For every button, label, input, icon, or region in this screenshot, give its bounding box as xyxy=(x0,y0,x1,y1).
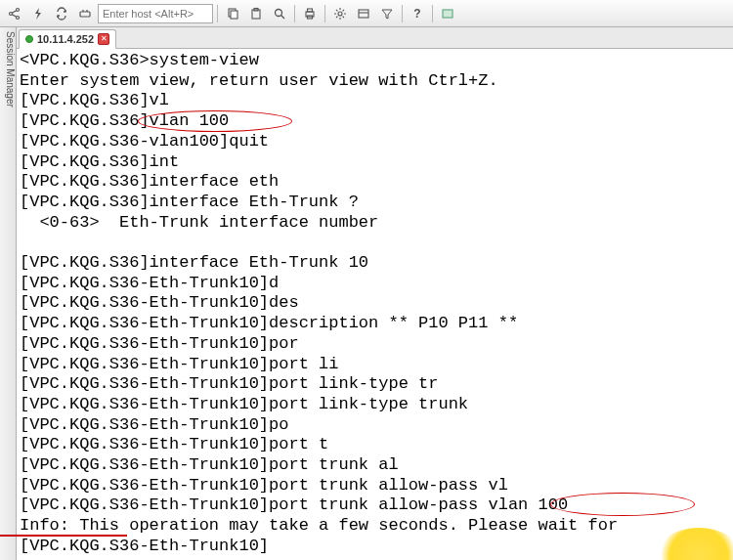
terminal-line: [VPC.KQG.S36-Eth-Trunk10]description ** … xyxy=(20,314,730,334)
toolbar-separator xyxy=(294,5,295,22)
svg-line-4 xyxy=(12,14,16,17)
tab-bar: 10.11.4.252 ✕ xyxy=(17,27,733,49)
terminal-line: [VPC.KQG.S36]interface eth xyxy=(20,172,730,193)
tab-label: 10.11.4.252 xyxy=(37,33,94,45)
terminal-line: [VPC.KQG.S36-Eth-Trunk10]port t xyxy=(20,435,730,455)
terminal-line: Enter system view, return user view with… xyxy=(20,71,730,92)
svg-point-17 xyxy=(338,12,342,16)
paste-icon[interactable] xyxy=(245,3,267,24)
print-icon[interactable] xyxy=(299,3,321,24)
toolbar-separator xyxy=(324,5,325,22)
toolbar: ? xyxy=(0,0,733,27)
tab-close-icon[interactable]: ✕ xyxy=(98,33,109,45)
svg-line-13 xyxy=(281,15,285,19)
find-icon[interactable] xyxy=(269,3,290,24)
terminal-line: [VPC.KQG.S36-vlan100]quit xyxy=(20,132,730,152)
terminal-line: [VPC.KQG.S36]vlan 100 xyxy=(20,111,730,132)
toolbar-separator xyxy=(217,5,218,22)
copy-icon[interactable] xyxy=(222,3,243,24)
disconnect-icon[interactable] xyxy=(74,3,96,24)
toolbar-separator xyxy=(402,5,403,22)
toolbar-separator xyxy=(432,5,433,22)
terminal-line: [VPC.KQG.S36-Eth-Trunk10]por xyxy=(20,334,730,355)
terminal-line: [VPC.KQG.S36]vl xyxy=(20,91,730,111)
terminal-line: <0-63> Eth-Trunk interface number xyxy=(20,213,730,234)
settings-icon[interactable] xyxy=(329,3,351,24)
host-input[interactable] xyxy=(98,4,213,23)
terminal-line: [VPC.KQG.S36]int xyxy=(20,152,730,173)
svg-point-2 xyxy=(17,16,20,19)
terminal-line: [VPC.KQG.S36]interface Eth-Trunk 10 xyxy=(20,253,730,274)
session-manager-sidebar[interactable]: Session Manager xyxy=(0,27,17,560)
reconnect-icon[interactable] xyxy=(51,3,72,24)
terminal-line: [VPC.KQG.S36-Eth-Trunk10]port trunk allo… xyxy=(20,476,730,496)
session-tab[interactable]: 10.11.4.252 ✕ xyxy=(19,29,116,49)
screenshot-icon[interactable] xyxy=(437,3,458,24)
svg-rect-15 xyxy=(308,9,313,12)
terminal-output[interactable]: <VPC.KQG.S36>system-viewEnter system vie… xyxy=(17,49,733,560)
svg-point-12 xyxy=(276,9,282,16)
terminal-line: [VPC.KQG.S36-Eth-Trunk10]d xyxy=(20,274,730,294)
terminal-line: [VPC.KQG.S36-Eth-Trunk10]port link-type … xyxy=(20,395,730,415)
help-icon[interactable]: ? xyxy=(407,3,428,24)
svg-rect-9 xyxy=(231,11,237,19)
svg-rect-5 xyxy=(80,12,90,17)
status-dot-icon xyxy=(25,35,33,43)
terminal-line: [VPC.KQG.S36-Eth-Trunk10]des xyxy=(20,293,730,314)
session-options-icon[interactable] xyxy=(353,3,374,24)
svg-point-0 xyxy=(10,12,13,15)
terminal-line: [VPC.KQG.S36-Eth-Trunk10]port li xyxy=(20,355,730,375)
svg-point-1 xyxy=(17,8,20,11)
terminal-line: [VPC.KQG.S36-Eth-Trunk10] xyxy=(20,537,730,557)
terminal-line: [VPC.KQG.S36-Eth-Trunk10]port trunk al xyxy=(20,455,730,476)
lightning-icon[interactable] xyxy=(27,3,49,24)
share-icon[interactable] xyxy=(4,3,25,24)
terminal-line: [VPC.KQG.S36-Eth-Trunk10]port link-type … xyxy=(20,374,730,395)
terminal-line: <VPC.KQG.S36>system-view xyxy=(20,51,730,71)
terminal-line: [VPC.KQG.S36-Eth-Trunk10]po xyxy=(20,415,730,436)
terminal-line: [VPC.KQG.S36]interface Eth-Trunk ? xyxy=(20,193,730,213)
svg-rect-21 xyxy=(443,10,453,18)
svg-rect-18 xyxy=(359,10,368,18)
terminal-line xyxy=(20,233,730,253)
terminal-line: [VPC.KQG.S36-Eth-Trunk10]port trunk allo… xyxy=(20,495,730,516)
svg-line-3 xyxy=(12,10,16,13)
session-manager-label: Session Manager xyxy=(5,31,16,108)
filter-icon[interactable] xyxy=(376,3,398,24)
terminal-line: Info: This operation may take a few seco… xyxy=(20,516,730,537)
svg-text:?: ? xyxy=(413,7,420,21)
